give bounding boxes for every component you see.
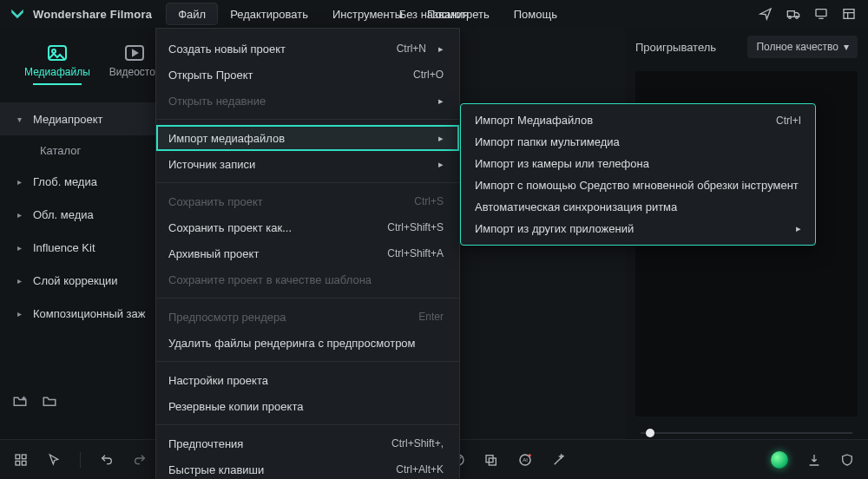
sidebar-item-cloud[interactable]: ▸ Обл. медиа — [0, 198, 174, 231]
import-submenu-item[interactable]: Автоматическая синхронизация ритма — [461, 196, 815, 218]
import-submenu-item[interactable]: Импорт папки мультимедиа — [461, 131, 815, 153]
grid-icon[interactable] — [14, 453, 28, 467]
undo-icon[interactable] — [100, 453, 114, 467]
submenu-item-label: Импорт с помощью Средство мгновенной обр… — [475, 179, 799, 192]
import-submenu: Импорт МедиафайловCtrl+IИмпорт папки мул… — [460, 103, 816, 246]
layout-icon[interactable] — [842, 7, 856, 21]
sidebar-item-catalog[interactable]: Каталог — [0, 135, 174, 165]
app-logo-icon — [9, 5, 26, 23]
file-menu-item[interactable]: Создать новый проектCtrl+N▸ — [156, 36, 459, 62]
import-submenu-item[interactable]: Импорт с помощью Средство мгновенной обр… — [461, 174, 815, 196]
svg-rect-3 — [816, 10, 826, 16]
sidebar-item-influence[interactable]: ▸ Influence Kit — [0, 231, 174, 264]
menu-item-label: Предпосмотр рендера — [168, 311, 286, 324]
playhead-slider[interactable] — [641, 427, 852, 439]
shield-icon[interactable] — [840, 453, 854, 467]
file-menu-item: Предпосмотр рендераEnter — [156, 304, 459, 330]
delivery-icon[interactable] — [786, 7, 800, 21]
file-menu-item[interactable]: Открыть ПроектCtrl+O — [156, 62, 459, 88]
submenu-item-label: Импорт Медиафайлов — [475, 114, 593, 127]
file-menu-item[interactable]: Настройки проекта — [156, 367, 459, 393]
menu-shortcut: Ctrl+Shift+S — [387, 221, 444, 233]
menu-items: Файл Редактировать Инструменты Посмотрет… — [166, 0, 569, 28]
ai-tools-icon[interactable]: AI — [517, 452, 533, 468]
menu-item-label: Открыть недавние — [168, 95, 266, 108]
sidebar-item-global[interactable]: ▸ Глоб. медиа — [0, 165, 174, 198]
layers-icon[interactable] — [484, 453, 498, 467]
submenu-caret-icon: ▸ — [438, 95, 444, 107]
app-name: Wondershare Filmora — [33, 8, 152, 21]
left-pane: Медиафайлы Видеосток ▾ Медиапроект Катал… — [0, 28, 174, 479]
tab-media-label: Медиафайлы — [24, 66, 90, 78]
preview-header: Проигрыватель Полное качество ▾ — [625, 28, 868, 66]
file-menu-item[interactable]: ПредпочтенияCtrl+Shift+, — [156, 430, 459, 456]
file-menu-item[interactable]: Сохранить проект как...Ctrl+Shift+S — [156, 214, 459, 240]
stock-icon — [123, 43, 146, 62]
submenu-caret-icon: ▸ — [438, 159, 444, 170]
redo-icon[interactable] — [133, 453, 147, 467]
tab-stock[interactable]: Видеосток — [109, 43, 160, 99]
menu-item-label: Сохранить проект — [168, 195, 263, 208]
menu-shortcut: Enter — [418, 311, 444, 323]
new-folder-icon[interactable] — [12, 394, 28, 408]
file-menu-dropdown: Создать новый проектCtrl+N▸Открыть Проек… — [155, 28, 460, 479]
download-icon[interactable] — [807, 453, 821, 467]
menu-shortcut: Ctrl+N — [397, 43, 426, 55]
menu-item-label: Быстрые клавиши — [168, 463, 264, 476]
cursor-icon[interactable] — [47, 453, 61, 467]
file-menu-item[interactable]: Удалить файлы рендеринга с предпросмотро… — [156, 330, 459, 356]
menu-item-label: Создать новый проект — [168, 43, 286, 56]
preview-label: Проигрыватель — [635, 41, 716, 54]
submenu-caret-icon: ▸ — [796, 223, 801, 234]
menu-item-label: Сохраните проект в качестве шаблона — [168, 273, 372, 286]
import-submenu-item[interactable]: Импорт МедиафайловCtrl+I — [461, 109, 815, 131]
menu-shortcut: Ctrl+I — [776, 115, 801, 127]
svg-point-22 — [528, 454, 530, 456]
quality-label: Полное качество — [756, 41, 838, 53]
sidebar-item-correction[interactable]: ▸ Слой коррекции — [0, 264, 174, 297]
new-bin-icon[interactable] — [42, 394, 57, 408]
source-tabs: Медиафайлы Видеосток — [0, 43, 174, 99]
menu-item-label: Удалить файлы рендеринга с предпросмотро… — [168, 337, 416, 350]
menu-item-help[interactable]: Помощь — [502, 0, 569, 28]
import-submenu-item[interactable]: Импорт из других приложений▸ — [461, 218, 815, 240]
monitor-icon[interactable] — [814, 7, 828, 21]
file-menu-item: Открыть недавние▸ — [156, 88, 459, 114]
send-icon[interactable] — [759, 7, 773, 21]
menu-shortcut: Ctrl+Shift+, — [391, 437, 444, 449]
menu-item-label: Резервные копии проекта — [168, 400, 303, 413]
svg-rect-11 — [16, 455, 20, 459]
assistant-icon[interactable] — [771, 451, 788, 469]
menu-shortcut: Ctrl+Alt+K — [396, 463, 444, 476]
file-menu-item[interactable]: Резервные копии проекта — [156, 393, 459, 419]
left-pane-tools — [12, 394, 57, 408]
menu-item-edit[interactable]: Редактировать — [218, 0, 320, 28]
menu-shortcut: Ctrl+Shift+A — [387, 247, 444, 259]
menu-item-file[interactable]: Файл — [166, 3, 218, 25]
sidebar-item-project[interactable]: ▾ Медиапроект — [0, 102, 174, 135]
submenu-caret-icon: ▸ — [438, 133, 444, 144]
quality-selector[interactable]: Полное качество ▾ — [747, 36, 858, 58]
import-submenu-item[interactable]: Импорт из камеры или телефона — [461, 153, 815, 174]
file-menu-item[interactable]: Источник записи▸ — [156, 151, 459, 177]
file-menu-item[interactable]: Архивный проектCtrl+Shift+A — [156, 240, 459, 266]
sidebar-item-compositing[interactable]: ▸ Композиционный заж — [0, 297, 174, 330]
menu-item-label: Источник записи — [168, 158, 255, 171]
document-title: Без названия — [399, 8, 470, 21]
file-menu-item[interactable]: Импорт медиафайлов▸ — [156, 125, 459, 151]
preview-pane: Проигрыватель Полное качество ▾ — [625, 28, 868, 479]
svg-rect-4 — [844, 10, 854, 19]
submenu-item-label: Импорт папки мультимедиа — [475, 135, 620, 148]
svg-point-6 — [52, 49, 56, 53]
file-menu-item[interactable]: Быстрые клавишиCtrl+Alt+K — [156, 456, 459, 479]
menu-item-label: Предпочтения — [168, 437, 243, 450]
tab-media[interactable]: Медиафайлы — [24, 43, 90, 99]
submenu-item-label: Импорт из других приложений — [475, 222, 634, 235]
slider-thumb[interactable] — [646, 429, 654, 437]
svg-rect-12 — [22, 455, 26, 459]
wand-icon[interactable] — [552, 453, 566, 467]
menu-item-label: Открыть Проект — [168, 69, 253, 82]
menu-item-label: Сохранить проект как... — [168, 221, 292, 234]
svg-text:AI: AI — [523, 457, 528, 463]
submenu-caret-icon: ▸ — [438, 43, 444, 55]
